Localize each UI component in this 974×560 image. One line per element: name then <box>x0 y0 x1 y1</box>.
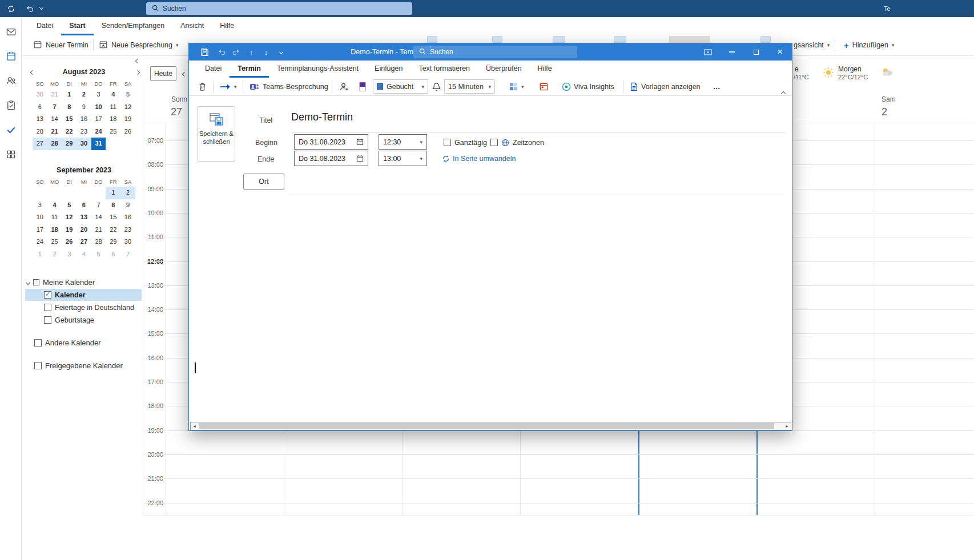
scroll-right-icon[interactable]: ► <box>783 422 791 430</box>
scrollbar-thumb[interactable] <box>199 423 774 429</box>
save-icon[interactable] <box>197 43 212 61</box>
tab-hilfe[interactable]: Hilfe <box>212 17 242 35</box>
location-button[interactable]: Ort <box>243 174 284 190</box>
appointment-body-editor[interactable] <box>189 200 792 420</box>
tab-ansicht[interactable]: Ansicht <box>172 17 212 35</box>
start-date-input[interactable]: Do 31.08.2023 <box>294 134 368 150</box>
today-button[interactable]: Heute <box>150 66 176 81</box>
mini-calendar-day[interactable]: 6 <box>33 101 47 114</box>
time-zones-checkbox[interactable] <box>490 139 498 146</box>
convert-to-series-link[interactable]: In Serie umwandeln <box>442 155 516 163</box>
delete-button[interactable] <box>198 78 207 95</box>
ribbon-tab-strip: Datei Start Senden/Empfangen Ansicht Hil… <box>22 17 821 35</box>
save-and-close-button[interactable]: Speichern & schließen <box>198 106 235 162</box>
new-appointment-button[interactable]: Neuer Termin <box>33 35 88 55</box>
meeting-notes-button[interactable] <box>539 78 549 95</box>
end-date-input[interactable]: Do 31.08.2023 <box>294 151 368 166</box>
undo-icon[interactable] <box>24 4 34 13</box>
tab-start[interactable]: Start <box>61 17 93 35</box>
collapse-ribbon-icon[interactable] <box>782 84 785 102</box>
scroll-left-icon[interactable]: ◄ <box>191 422 198 430</box>
weather-tomorrow-label: Morgen <box>838 65 862 73</box>
customize-qat-chevron-icon[interactable] <box>273 43 288 61</box>
all-day-checkbox[interactable] <box>444 139 451 146</box>
dialog-tab-ueberpruefen[interactable]: Überprüfen <box>478 61 530 78</box>
main-search-input[interactable]: Suchen <box>146 2 412 15</box>
weekday-header: FR <box>106 79 120 88</box>
add-calendar-button[interactable]: + Hinzufügen ▾ <box>844 35 895 55</box>
tasks-icon[interactable] <box>5 99 17 111</box>
dialog-tab-termin[interactable]: Termin <box>230 61 269 78</box>
minimize-icon[interactable] <box>720 43 744 61</box>
reminder-dropdown[interactable]: 15 Minuten ▾ <box>444 79 495 94</box>
mini-calendar-day[interactable]: 1 <box>62 88 77 101</box>
weekday-header: DO <box>91 79 106 88</box>
show-as-status-icon[interactable] <box>359 78 367 95</box>
mini-calendar-day[interactable]: 4 <box>106 88 120 101</box>
mini-calendar-day[interactable]: 30 <box>33 88 47 101</box>
mini-calendar-day[interactable]: 7 <box>47 101 62 114</box>
new-meeting-button[interactable]: Neue Besprechung ▾ <box>99 35 179 55</box>
mini-calendar-day[interactable]: 10 <box>91 101 106 114</box>
categorize-icon <box>509 82 518 91</box>
mail-icon[interactable] <box>5 25 17 38</box>
sync-icon[interactable] <box>6 3 16 14</box>
arrow-down-icon[interactable]: ↓ <box>259 43 273 61</box>
maximize-icon[interactable] <box>744 43 768 61</box>
all-day-label: Ganztägig <box>454 139 487 147</box>
dialog-search-input[interactable]: Suchen <box>413 46 577 58</box>
dialog-tab-hilfe[interactable]: Hilfe <box>530 61 560 78</box>
mini-calendar-day[interactable]: 8 <box>62 101 77 114</box>
calendar-module-icon[interactable] <box>5 50 17 62</box>
dialog-tab-einfuegen[interactable]: Einfügen <box>367 61 410 78</box>
all-day-option[interactable]: Ganztägig <box>444 136 487 148</box>
mini-calendar-day[interactable]: 3 <box>91 88 106 101</box>
save-and-close-label: Speichern & schließen <box>199 130 234 146</box>
next-month-icon[interactable] <box>134 69 142 76</box>
collapse-sidebar-icon[interactable] <box>134 57 142 65</box>
end-field-label: Ende <box>257 155 274 163</box>
mini-calendar-day[interactable]: 9 <box>77 101 91 114</box>
show-templates-button[interactable]: Vorlagen anzeigen <box>630 78 701 95</box>
mini-calendar-day[interactable]: 31 <box>47 88 62 101</box>
time-zones-option[interactable]: Zeitzonen <box>490 136 544 148</box>
add-calendar-label: Hinzufügen <box>852 41 888 49</box>
undo-icon[interactable] <box>214 43 229 61</box>
mini-calendar-day[interactable]: 11 <box>106 101 120 114</box>
ribbon-display-icon[interactable] <box>696 43 720 61</box>
more-commands-button[interactable]: … <box>713 78 721 95</box>
dialog-tab-terminplanung[interactable]: Terminplanungs-Assistent <box>269 61 367 78</box>
prev-week-icon[interactable] <box>183 70 186 78</box>
forward-button[interactable]: ▾ <box>220 78 237 95</box>
categorize-button[interactable]: ▾ <box>509 78 524 95</box>
redo-icon[interactable] <box>229 43 244 61</box>
title-field-value[interactable]: Demo-Termin <box>291 111 353 123</box>
day-header-name-right: Sam <box>882 95 896 103</box>
end-time-dropdown[interactable]: 13:00 ▾ <box>379 151 427 166</box>
teams-meeting-button[interactable]: Teams-Besprechung <box>249 78 328 95</box>
mini-calendar-day[interactable]: 5 <box>120 88 135 101</box>
dialog-tab-datei[interactable]: Datei <box>197 61 230 78</box>
tab-datei[interactable]: Datei <box>29 17 61 35</box>
view-selector-fragment[interactable]: gsansicht ▾ <box>794 35 830 55</box>
close-icon[interactable]: × <box>768 43 792 61</box>
horizontal-scrollbar[interactable]: ◄ ► <box>190 422 791 430</box>
tab-senden-empfangen[interactable]: Senden/Empfangen <box>94 17 173 35</box>
chevron-down-icon: ▾ <box>892 42 895 48</box>
people-icon[interactable] <box>5 74 17 87</box>
dialog-tab-text-formatieren[interactable]: Text formatieren <box>410 61 478 78</box>
quick-access-chevron-icon[interactable] <box>40 6 43 9</box>
show-templates-label: Vorlagen anzeigen <box>641 83 701 91</box>
arrow-up-icon[interactable]: ↑ <box>244 43 259 61</box>
mini-calendar-day[interactable]: 12 <box>120 101 135 114</box>
mini-calendar-day[interactable]: 2 <box>77 88 91 101</box>
day-header-number-left[interactable]: 27 <box>171 106 182 118</box>
weekday-header: MI <box>77 79 91 88</box>
day-header-number-right[interactable]: 2 <box>882 106 887 118</box>
status-dropdown[interactable]: Gebucht ▾ <box>373 79 428 94</box>
dialog-titlebar[interactable]: ↑ ↓ Demo-Termin - Termin Suchen × <box>189 43 792 61</box>
start-time-dropdown[interactable]: 12:30 ▾ <box>379 134 427 150</box>
prev-month-icon[interactable] <box>29 69 37 76</box>
viva-insights-button[interactable]: Viva Insights <box>562 78 614 95</box>
invite-attendees-button[interactable] <box>339 78 349 95</box>
